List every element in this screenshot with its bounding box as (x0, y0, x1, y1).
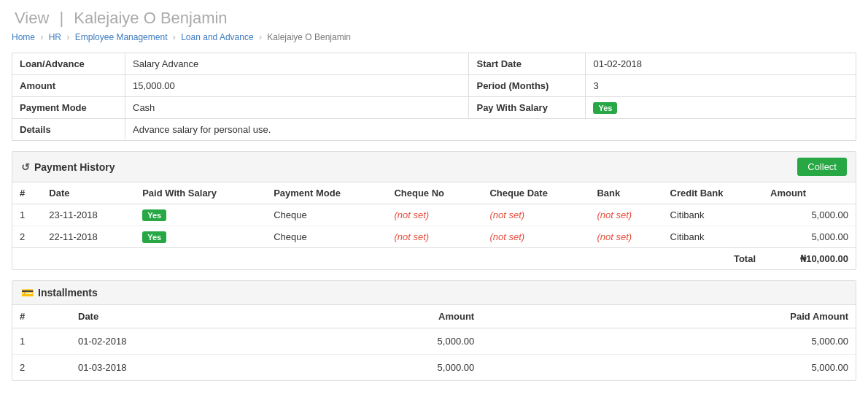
row-payment-mode: Cheque (266, 226, 387, 248)
col-num: # (12, 182, 42, 204)
row-payment-mode: Cheque (266, 204, 387, 226)
start-date-value: 01-02-2018 (586, 53, 856, 75)
collect-button[interactable]: Collect (797, 158, 847, 176)
details-label: Details (12, 119, 125, 141)
row-amount: 5,000.00 (763, 204, 856, 226)
payment-history-title: ↺ Payment History (21, 161, 115, 173)
total-label: Total (663, 248, 763, 270)
loan-advance-label: Loan/Advance (12, 53, 125, 75)
sep3: › (173, 32, 176, 42)
inst-col-paid: Paid Amount (481, 305, 856, 328)
breadcrumb: Home › HR › Employee Management › Loan a… (12, 32, 856, 42)
row-cheque-date: (not set) (482, 204, 589, 226)
loan-advance-value: Salary Advance (125, 53, 469, 75)
details-value: Advance salary for personal use. (125, 119, 856, 141)
payment-mode-value: Cash (125, 97, 469, 119)
title-separator: | (59, 9, 63, 27)
inst-col-num: # (12, 305, 71, 328)
payment-mode-label: Payment Mode (12, 97, 125, 119)
pay-with-salary-label: Pay With Salary (469, 97, 586, 119)
row-paid-with-salary: Yes (135, 204, 266, 226)
row-num: 1 (12, 204, 42, 226)
row-cheque-no: (not set) (387, 204, 482, 226)
start-date-label: Start Date (469, 53, 586, 75)
inst-row-paid: 5,000.00 (481, 328, 856, 355)
inst-row-amount: 5,000.00 (217, 328, 481, 355)
row-cheque-no: (not set) (387, 226, 482, 248)
breadcrumb-home[interactable]: Home (12, 32, 35, 42)
installments-table: # Date Amount Paid Amount 1 01-02-2018 5… (12, 305, 856, 380)
inst-row-num: 1 (12, 328, 71, 355)
row-credit-bank: Citibank (663, 204, 763, 226)
col-credit-bank: Credit Bank (663, 182, 763, 204)
page-title: View | Kalejaiye O Benjamin (12, 9, 856, 28)
breadcrumb-employee-management[interactable]: Employee Management (75, 32, 168, 42)
amount-value: 15,000.00 (125, 75, 469, 97)
installments-icon: 💳 (21, 287, 34, 298)
view-label: View (15, 9, 49, 27)
payment-history-table: # Date Paid With Salary Payment Mode Che… (12, 182, 856, 269)
pay-with-salary-badge: Yes (593, 102, 617, 114)
payment-history-row: 1 23-11-2018 Yes Cheque (not set) (not s… (12, 204, 856, 226)
col-bank: Bank (589, 182, 662, 204)
inst-col-date: Date (71, 305, 217, 328)
period-label: Period (Months) (469, 75, 586, 97)
installment-row: 2 01-03-2018 5,000.00 5,000.00 (12, 355, 856, 381)
inst-col-amount: Amount (217, 305, 481, 328)
breadcrumb-loan-advance[interactable]: Loan and Advance (181, 32, 253, 42)
sep1: › (40, 32, 43, 42)
col-cheque-no: Cheque No (387, 182, 482, 204)
col-paid-with-salary: Paid With Salary (135, 182, 266, 204)
total-value: ₦10,000.00 (763, 248, 856, 270)
row-date: 23-11-2018 (42, 204, 135, 226)
inst-row-num: 2 (12, 355, 71, 381)
employee-name: Kalejaiye O Benjamin (74, 9, 227, 27)
col-amount: Amount (763, 182, 856, 204)
installments-label: Installments (38, 287, 98, 298)
inst-row-paid: 5,000.00 (481, 355, 856, 381)
installment-row: 1 01-02-2018 5,000.00 5,000.00 (12, 328, 856, 355)
breadcrumb-hr[interactable]: HR (49, 32, 61, 42)
inst-row-date: 01-03-2018 (71, 355, 217, 381)
row-bank: (not set) (589, 226, 662, 248)
info-table: Loan/Advance Salary Advance Start Date 0… (12, 53, 856, 141)
breadcrumb-employee: Kalejaiye O Benjamin (267, 32, 351, 42)
row-num: 2 (12, 226, 42, 248)
payment-history-row: 2 22-11-2018 Yes Cheque (not set) (not s… (12, 226, 856, 248)
installments-title: 💳 Installments (21, 287, 98, 298)
col-payment-mode: Payment Mode (266, 182, 387, 204)
col-date: Date (42, 182, 135, 204)
row-cheque-date: (not set) (482, 226, 589, 248)
payment-history-label: Payment History (34, 161, 115, 173)
row-bank: (not set) (589, 204, 662, 226)
sep2: › (66, 32, 69, 42)
payment-history-section: ↺ Payment History Collect # Date Paid Wi… (12, 151, 856, 270)
col-cheque-date: Cheque Date (482, 182, 589, 204)
pay-with-salary-value: Yes (586, 97, 856, 119)
row-credit-bank: Citibank (663, 226, 763, 248)
payment-history-header: ↺ Payment History Collect (12, 152, 856, 182)
sep4: › (259, 32, 262, 42)
row-paid-with-salary: Yes (135, 226, 266, 248)
inst-row-date: 01-02-2018 (71, 328, 217, 355)
installments-header: 💳 Installments (12, 281, 856, 305)
row-date: 22-11-2018 (42, 226, 135, 248)
amount-label: Amount (12, 75, 125, 97)
row-amount: 5,000.00 (763, 226, 856, 248)
history-icon: ↺ (21, 161, 30, 173)
installments-section: 💳 Installments # Date Amount Paid Amount… (12, 280, 856, 381)
inst-row-amount: 5,000.00 (217, 355, 481, 381)
period-value: 3 (586, 75, 856, 97)
